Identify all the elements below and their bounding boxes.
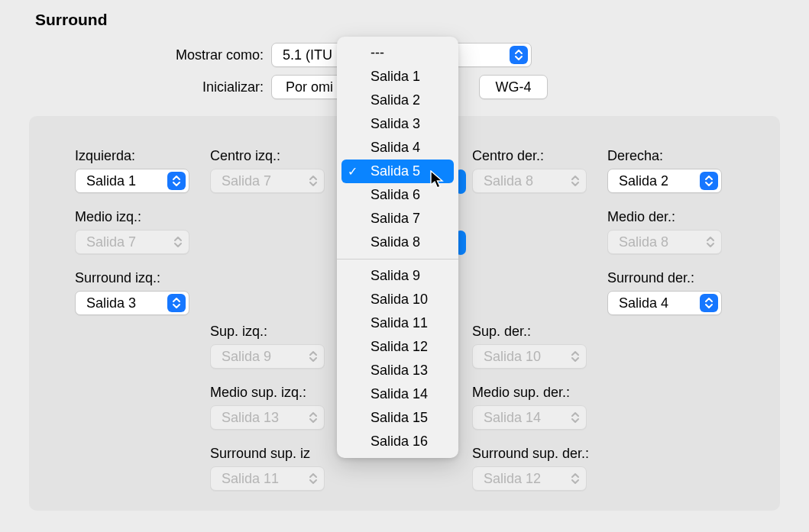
menu-item[interactable]: Salida 3 xyxy=(337,112,458,136)
derecha-label: Derecha: xyxy=(607,148,722,164)
surround-sup-der-label: Surround sup. der.: xyxy=(472,446,589,462)
centro-izq-label: Centro izq.: xyxy=(210,148,325,164)
chevron-updown-icon xyxy=(306,469,321,488)
menu-item[interactable]: --- xyxy=(337,41,458,65)
menu-item[interactable]: Salida 11 xyxy=(337,311,458,335)
check-icon: ✓ xyxy=(348,164,358,179)
menu-item[interactable]: Salida 12 xyxy=(337,335,458,359)
chevron-updown-icon xyxy=(568,347,583,366)
menu-item[interactable]: Salida 14 xyxy=(337,382,458,406)
medio-sup-izq-select[interactable]: Salida 13 xyxy=(210,405,325,430)
menu-item-label: Salida 5 xyxy=(371,163,420,179)
menu-item[interactable]: Salida 15 xyxy=(337,406,458,430)
chevron-updown-icon xyxy=(703,233,718,251)
chevron-updown-icon xyxy=(700,172,718,190)
izquierda-value: Salida 1 xyxy=(86,173,136,189)
medio-sup-izq-value: Salida 13 xyxy=(222,410,279,426)
centro-der-value: Salida 8 xyxy=(484,173,533,189)
sup-der-value: Salida 10 xyxy=(484,349,541,365)
inicializar-por-omision-button[interactable]: Por omi xyxy=(271,75,348,99)
menu-item-selected[interactable]: ✓ Salida 5 xyxy=(341,160,454,183)
medio-sup-der-value: Salida 14 xyxy=(484,410,541,426)
surround-izq-value: Salida 3 xyxy=(86,295,136,311)
menu-item[interactable]: Salida 2 xyxy=(337,89,458,112)
surround-izq-label: Surround izq.: xyxy=(75,270,189,286)
medio-izq-value: Salida 7 xyxy=(86,234,136,250)
surround-sup-izq-label: Surround sup. iz xyxy=(210,446,325,462)
sup-izq-select[interactable]: Salida 9 xyxy=(210,344,325,369)
chevron-updown-icon xyxy=(510,46,528,64)
medio-der-value: Salida 8 xyxy=(619,234,668,250)
menu-item[interactable]: Salida 7 xyxy=(337,207,458,231)
sup-izq-value: Salida 9 xyxy=(222,349,271,365)
medio-sup-der-label: Medio sup. der.: xyxy=(472,385,587,401)
centro-izq-select[interactable]: Salida 7 xyxy=(210,169,325,193)
sup-der-label: Sup. der.: xyxy=(472,324,587,340)
menu-item[interactable]: Salida 9 xyxy=(337,264,458,288)
derecha-value: Salida 2 xyxy=(619,173,668,189)
surround-der-select[interactable]: Salida 4 xyxy=(607,291,722,315)
menu-item[interactable]: Salida 4 xyxy=(337,136,458,160)
medio-der-select[interactable]: Salida 8 xyxy=(607,230,722,254)
menu-separator xyxy=(337,259,458,260)
inicializar-label: Inicializar: xyxy=(0,79,264,95)
surround-der-value: Salida 4 xyxy=(619,295,668,311)
surround-sup-izq-select[interactable]: Salida 11 xyxy=(210,466,325,491)
chevron-updown-icon xyxy=(306,347,321,366)
chevron-updown-icon xyxy=(306,172,321,190)
menu-item[interactable]: Salida 1 xyxy=(337,65,458,89)
inicializar-wg4-button[interactable]: WG-4 xyxy=(479,75,548,99)
derecha-select[interactable]: Salida 2 xyxy=(607,169,722,193)
centro-izq-value: Salida 7 xyxy=(222,173,271,189)
surround-sup-der-select[interactable]: Salida 12 xyxy=(472,466,587,491)
sup-der-select[interactable]: Salida 10 xyxy=(472,344,587,369)
menu-item[interactable]: Salida 6 xyxy=(337,183,458,207)
surround-der-label: Surround der.: xyxy=(607,270,722,286)
menu-item[interactable]: Salida 10 xyxy=(337,288,458,311)
chevron-updown-icon xyxy=(568,469,583,488)
medio-der-label: Medio der.: xyxy=(607,209,722,225)
medio-izq-label: Medio izq.: xyxy=(75,209,189,225)
menu-item[interactable]: Salida 13 xyxy=(337,359,458,382)
sup-izq-label: Sup. izq.: xyxy=(210,324,325,340)
izquierda-label: Izquierda: xyxy=(75,148,189,164)
surround-sup-der-value: Salida 12 xyxy=(484,471,541,487)
section-title: Surround xyxy=(35,11,108,29)
mostrar-como-label: Mostrar como: xyxy=(0,47,264,63)
chevron-updown-icon xyxy=(700,294,718,312)
chevron-updown-icon xyxy=(170,233,186,251)
menu-item[interactable]: Salida 16 xyxy=(337,430,458,453)
chevron-updown-icon xyxy=(568,172,583,190)
menu-item[interactable]: Salida 8 xyxy=(337,231,458,254)
chevron-updown-icon xyxy=(167,172,186,190)
centro-output-menu[interactable]: --- Salida 1 Salida 2 Salida 3 Salida 4 … xyxy=(337,37,458,458)
centro-der-label: Centro der.: xyxy=(472,148,587,164)
mostrar-como-value: 5.1 (ITU xyxy=(283,47,332,63)
izquierda-select[interactable]: Salida 1 xyxy=(75,169,189,193)
surround-izq-select[interactable]: Salida 3 xyxy=(75,291,189,315)
chevron-updown-icon xyxy=(167,294,186,312)
surround-sup-izq-value: Salida 11 xyxy=(222,471,279,487)
medio-sup-der-select[interactable]: Salida 14 xyxy=(472,405,587,430)
chevron-updown-icon xyxy=(306,408,321,427)
chevron-updown-icon xyxy=(568,408,583,427)
centro-der-select[interactable]: Salida 8 xyxy=(472,169,587,193)
medio-sup-izq-label: Medio sup. izq.: xyxy=(210,385,325,401)
medio-izq-select[interactable]: Salida 7 xyxy=(75,230,189,254)
